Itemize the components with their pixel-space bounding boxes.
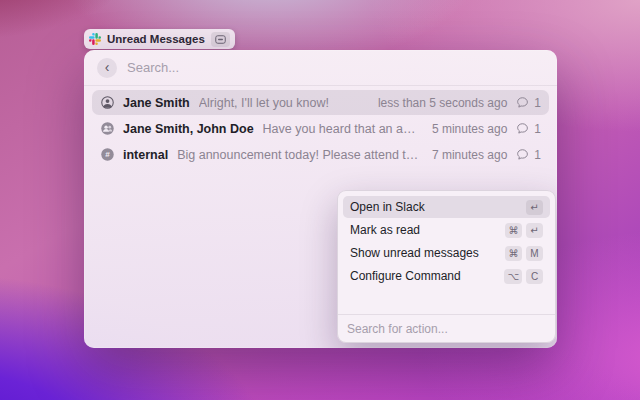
- key-command: ⌘: [505, 223, 522, 238]
- message-row-internal[interactable]: # internal Big announcement today! Pleas…: [92, 142, 549, 167]
- message-time: 5 minutes ago: [432, 122, 507, 136]
- comment-bubble-icon: [516, 148, 529, 161]
- key-option: ⌥: [504, 269, 522, 284]
- desktop-wallpaper: Unread Messages ‹: [0, 0, 640, 400]
- message-count: 1: [534, 96, 541, 110]
- action-label: Mark as read: [350, 223, 420, 237]
- search-bar: ‹: [84, 50, 557, 86]
- shortcut-keys: ↵: [526, 200, 543, 215]
- command-chip[interactable]: Unread Messages: [84, 29, 235, 49]
- action-item-mark-as-read[interactable]: Mark as read ⌘ ↵: [343, 219, 550, 241]
- message-row-jane-smith[interactable]: Jane Smith Alright, I'll let you know! l…: [92, 90, 549, 115]
- back-button[interactable]: ‹: [97, 58, 117, 78]
- command-chip-label: Unread Messages: [107, 33, 205, 45]
- key-m: M: [526, 246, 543, 261]
- message-preview: Alright, I'll let you know!: [199, 96, 368, 110]
- key-c: C: [526, 269, 543, 284]
- action-item-show-unread-messages[interactable]: Show unread messages ⌘ M: [343, 242, 550, 264]
- comment-bubble-icon: [516, 96, 529, 109]
- message-meta: less than 5 seconds ago 1: [378, 96, 541, 110]
- message-meta: 7 minutes ago 1: [432, 148, 541, 162]
- message-list: Jane Smith Alright, I'll let you know! l…: [84, 86, 557, 172]
- message-count: 1: [534, 148, 541, 162]
- svg-text:#: #: [105, 150, 110, 159]
- message-preview: Big announcement today! Please attend th…: [177, 148, 422, 162]
- action-panel-spacer: [338, 293, 555, 314]
- message-title: Jane Smith: [123, 96, 190, 110]
- shortcut-keys: ⌥ C: [504, 269, 543, 284]
- message-time: less than 5 seconds ago: [378, 96, 507, 110]
- message-meta: 5 minutes ago 1: [432, 122, 541, 136]
- action-item-configure-command[interactable]: Configure Command ⌥ C: [343, 265, 550, 287]
- action-label: Configure Command: [350, 269, 461, 283]
- action-item-list: Open in Slack ↵ Mark as read ⌘ ↵ Show un…: [338, 191, 555, 293]
- comment-bubble-icon: [516, 122, 529, 135]
- key-command: ⌘: [505, 246, 522, 261]
- slack-icon: [89, 33, 101, 45]
- action-search-input[interactable]: [347, 322, 546, 336]
- person-circle-icon: [100, 95, 115, 110]
- key-return: ↵: [526, 223, 543, 238]
- chevron-left-icon: ‹: [105, 60, 110, 74]
- action-label: Open in Slack: [350, 200, 425, 214]
- action-label: Show unread messages: [350, 246, 479, 260]
- channel-hash-icon: #: [100, 147, 115, 162]
- shortcut-keys: ⌘ M: [505, 246, 543, 261]
- shortcut-keys: ⌘ ↵: [505, 223, 543, 238]
- launcher-window: ‹ Jane Smith Alright, I'll let you know!: [84, 50, 557, 348]
- people-circle-icon: [100, 121, 115, 136]
- message-row-jane-smith-john-doe[interactable]: Jane Smith, John Doe Have you heard that…: [92, 116, 549, 141]
- message-title: internal: [123, 148, 168, 162]
- message-count: 1: [534, 122, 541, 136]
- action-item-open-in-slack[interactable]: Open in Slack ↵: [343, 196, 550, 218]
- search-input[interactable]: [127, 60, 544, 75]
- message-title: Jane Smith, John Doe: [123, 122, 254, 136]
- action-panel: Open in Slack ↵ Mark as read ⌘ ↵ Show un…: [337, 190, 556, 343]
- action-search-bar: [338, 314, 555, 342]
- keycap-icon: [211, 32, 230, 47]
- message-preview: Have you heard that an announcement is c…: [263, 122, 422, 136]
- key-return: ↵: [526, 200, 543, 215]
- message-time: 7 minutes ago: [432, 148, 507, 162]
